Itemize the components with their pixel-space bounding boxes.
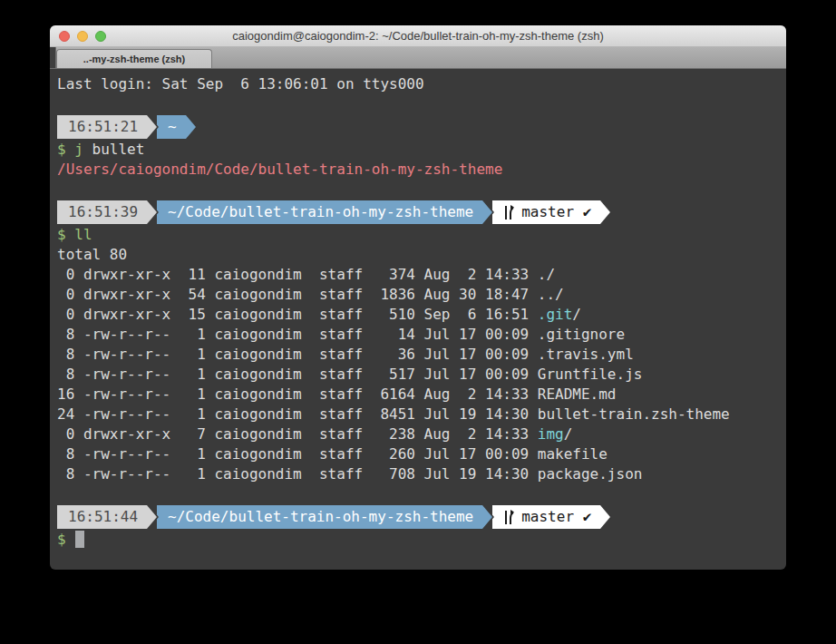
tab-bar-left-edge [50, 47, 56, 68]
prompt-segment-time: 16:51:39 [57, 200, 147, 224]
close-button[interactable] [59, 31, 70, 42]
powerline-arrow-icon [147, 505, 157, 529]
tab-bar: ..-my-zsh-theme (zsh) [50, 47, 786, 69]
text-span: $ j [57, 141, 92, 158]
powerline-arrow-icon [600, 200, 610, 224]
text-span: 8 -rw-r--r-- 1 caiogondim staff 14 Jul 1… [57, 326, 625, 343]
blank-line [57, 484, 779, 504]
blank-line [57, 94, 779, 114]
text-span: / [564, 425, 573, 443]
output-line: 0 drwxr-xr-x 7 caiogondim staff 238 Aug … [57, 424, 779, 444]
prompt-line: 16:51:39~/Code/bullet-train-oh-my-zsh-th… [57, 200, 779, 224]
powerline-arrow-icon [147, 115, 157, 139]
window-title: caiogondim@caiogondim-2: ~/Code/bullet-t… [50, 25, 786, 47]
output-line: $ [57, 530, 779, 550]
output-line: /Users/caiogondim/Code/bullet-train-oh-m… [57, 160, 779, 180]
prompt-segment-time: 16:51:44 [57, 505, 147, 529]
text-span: total 80 [57, 246, 127, 263]
blank-line [57, 180, 779, 200]
prompt-segment-git: master ✔ [492, 505, 600, 529]
text-span: 0 drwxr-xr-x 54 caiogondim staff 1836 Au… [57, 286, 564, 303]
text-span: 8 -rw-r--r-- 1 caiogondim staff 517 Jul … [57, 366, 642, 383]
text-span: .git [538, 306, 573, 323]
output-line: $ ll [57, 225, 779, 245]
text-span: 0 drwxr-xr-x 11 caiogondim staff 374 Aug… [57, 266, 555, 283]
powerline-arrow-icon [147, 200, 157, 224]
text-span: 8 -rw-r--r-- 1 caiogondim staff 36 Jul 1… [57, 346, 634, 363]
output-line: Last login: Sat Sep 6 13:06:01 on ttys00… [57, 74, 779, 94]
output-line: 8 -rw-r--r-- 1 caiogondim staff 708 Jul … [57, 464, 779, 484]
text-span: 0 drwxr-xr-x 15 caiogondim staff 510 Sep… [57, 306, 538, 323]
text-span: / [572, 306, 581, 323]
traffic-lights [59, 31, 106, 42]
output-line: 0 drwxr-xr-x 11 caiogondim staff 374 Aug… [57, 265, 779, 285]
prompt-segment-dir: ~/Code/bullet-train-oh-my-zsh-theme [157, 200, 482, 224]
prompt-segment-time: 16:51:21 [57, 115, 147, 139]
output-line: 0 drwxr-xr-x 54 caiogondim staff 1836 Au… [57, 285, 779, 305]
powerline-arrow-icon [482, 505, 492, 529]
powerline-arrow-icon [186, 115, 196, 139]
terminal-tab[interactable]: ..-my-zsh-theme (zsh) [56, 49, 212, 68]
output-line: 8 -rw-r--r-- 1 caiogondim staff 36 Jul 1… [57, 345, 779, 365]
output-line: total 80 [57, 245, 779, 265]
text-span: bullet [92, 141, 145, 158]
prompt-line: 16:51:44~/Code/bullet-train-oh-my-zsh-th… [57, 505, 779, 529]
output-line: 0 drwxr-xr-x 15 caiogondim staff 510 Sep… [57, 305, 779, 325]
text-span: 0 drwxr-xr-x 7 caiogondim staff 238 Aug … [57, 425, 538, 443]
git-branch-icon [503, 204, 515, 221]
text-span: $ ll [57, 226, 92, 243]
output-line: 24 -rw-r--r-- 1 caiogondim staff 8451 Ju… [57, 405, 779, 424]
powerline-arrow-icon [482, 200, 492, 224]
prompt-segment-dir: ~/Code/bullet-train-oh-my-zsh-theme [157, 505, 482, 529]
zoom-button[interactable] [95, 31, 106, 42]
terminal-window: caiogondim@caiogondim-2: ~/Code/bullet-t… [50, 25, 786, 570]
prompt-line: 16:51:21~ [57, 115, 779, 139]
text-span: 8 -rw-r--r-- 1 caiogondim staff 708 Jul … [57, 465, 642, 483]
output-line: 8 -rw-r--r-- 1 caiogondim staff 260 Jul … [57, 444, 779, 464]
git-branch-icon [503, 509, 515, 526]
text-span: Last login: Sat Sep 6 13:06:01 on ttys00… [57, 75, 424, 93]
text-span: img [538, 425, 564, 443]
output-line: 8 -rw-r--r-- 1 caiogondim staff 14 Jul 1… [57, 325, 779, 345]
output-line: 8 -rw-r--r-- 1 caiogondim staff 517 Jul … [57, 365, 779, 385]
window-titlebar[interactable]: caiogondim@caiogondim-2: ~/Code/bullet-t… [50, 25, 786, 47]
text-span: /Users/caiogondim/Code/bullet-train-oh-m… [57, 161, 502, 178]
prompt-segment-dir: ~ [157, 115, 186, 139]
prompt-segment-git: master ✔ [492, 200, 600, 224]
text-span: 24 -rw-r--r-- 1 caiogondim staff 8451 Ju… [57, 405, 730, 423]
text-span: 16 -rw-r--r-- 1 caiogondim staff 6164 Au… [57, 385, 617, 403]
output-line: $ j bullet [57, 140, 779, 160]
terminal-content[interactable]: Last login: Sat Sep 6 13:06:01 on ttys00… [50, 69, 786, 555]
text-span: $ [57, 531, 66, 548]
minimize-button[interactable] [77, 31, 88, 42]
powerline-arrow-icon [600, 505, 610, 529]
output-line: 16 -rw-r--r-- 1 caiogondim staff 6164 Au… [57, 385, 779, 405]
terminal-cursor[interactable] [75, 531, 84, 548]
text-span: 8 -rw-r--r-- 1 caiogondim staff 260 Jul … [57, 445, 608, 463]
desktop-background: caiogondim@caiogondim-2: ~/Code/bullet-t… [0, 0, 836, 644]
